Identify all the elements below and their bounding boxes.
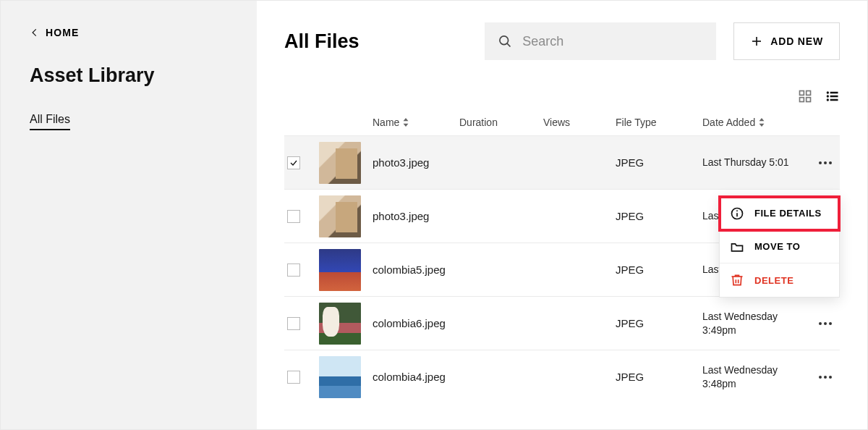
thumbnail [319,356,361,398]
trash-icon [730,273,744,287]
file-date: Last Wednesday 3:48pm [702,363,811,391]
col-filetype[interactable]: File Type [616,117,702,128]
svg-marker-16 [760,118,765,121]
col-dateadded[interactable]: Date Added [702,117,811,128]
back-home-label: HOME [46,27,79,38]
list-icon [825,89,840,104]
svg-rect-9 [830,92,838,94]
main-panel: All Files ADD NEW Name [257,1,867,429]
plus-icon [750,35,763,48]
list-view-button[interactable] [825,89,840,106]
search-icon [498,34,512,49]
svg-marker-14 [404,118,409,121]
context-menu: FILE DETAILS MOVE TO DELETE [719,196,840,298]
file-type: JPEG [616,371,702,383]
table-header: Name Duration Views File Type Date Added [284,114,840,135]
ctx-file-details[interactable]: FILE DETAILS [720,197,839,230]
add-new-label: ADD NEW [770,35,823,47]
file-type: JPEG [616,210,702,222]
row-checkbox[interactable] [287,156,300,169]
file-name: colombia5.jpeg [373,263,459,277]
col-views[interactable]: Views [543,117,616,128]
svg-rect-5 [807,91,811,96]
ctx-move-to-label: MOVE TO [754,241,800,252]
svg-rect-6 [800,98,804,102]
chevron-left-icon [30,28,40,38]
thumbnail [319,303,361,345]
svg-point-10 [827,95,829,97]
sort-icon [758,118,765,127]
thumbnail [319,142,361,184]
svg-rect-4 [800,91,804,96]
table-row[interactable]: colombia4.jpegJPEGLast Wednesday 3:48pm [284,350,840,403]
file-type: JPEG [616,156,702,169]
grid-icon [798,89,812,104]
header-bar: All Files ADD NEW [284,22,840,60]
table-row[interactable]: photo3.jpegJPEGLast Thursday 5:01 [284,135,840,189]
file-type: JPEG [616,317,702,329]
svg-rect-11 [830,96,838,98]
row-actions-button[interactable] [811,376,840,379]
svg-rect-13 [830,99,838,101]
ctx-file-details-label: FILE DETAILS [754,208,822,219]
row-checkbox[interactable] [287,264,300,277]
file-type: JPEG [616,264,702,276]
file-name: photo3.jpeg [373,209,459,224]
svg-line-1 [507,43,511,47]
row-actions-button[interactable] [811,322,840,325]
sidebar: HOME Asset Library All Files [1,1,257,429]
svg-point-22 [736,210,738,211]
page-title: All Files [284,30,359,53]
view-switch [284,89,840,106]
row-checkbox[interactable] [287,371,300,384]
folder-icon [730,240,744,254]
row-actions-button[interactable] [811,161,840,164]
grid-view-button[interactable] [798,89,812,106]
row-checkbox[interactable] [287,317,300,330]
search-input[interactable] [522,34,703,49]
col-name[interactable]: Name [373,117,459,128]
svg-rect-7 [807,98,811,102]
search-box[interactable] [485,22,716,60]
svg-point-8 [827,91,829,93]
svg-point-12 [827,98,829,101]
library-title: Asset Library [30,64,228,87]
svg-marker-17 [760,124,765,127]
file-name: colombia4.jpeg [373,370,459,384]
ctx-move-to[interactable]: MOVE TO [720,230,839,264]
sort-icon [402,118,409,127]
sidebar-item-all-files[interactable]: All Files [30,113,70,130]
svg-marker-15 [404,124,409,127]
info-icon [730,206,744,221]
file-date: Last Wednesday 3:49pm [702,310,811,337]
file-name: colombia6.jpeg [373,316,459,331]
back-home-link[interactable]: HOME [30,27,228,38]
table-row[interactable]: colombia6.jpegJPEGLast Wednesday 3:49pm [284,296,840,350]
row-checkbox[interactable] [287,210,300,223]
thumbnail [319,195,361,237]
thumbnail [319,249,361,291]
file-date: Last Thursday 5:01 [702,156,811,169]
ctx-delete[interactable]: DELETE [720,264,839,297]
svg-point-0 [500,36,509,45]
file-name: photo3.jpeg [373,156,459,170]
ctx-delete-label: DELETE [754,275,793,286]
col-duration[interactable]: Duration [459,117,543,128]
add-new-button[interactable]: ADD NEW [733,22,840,60]
